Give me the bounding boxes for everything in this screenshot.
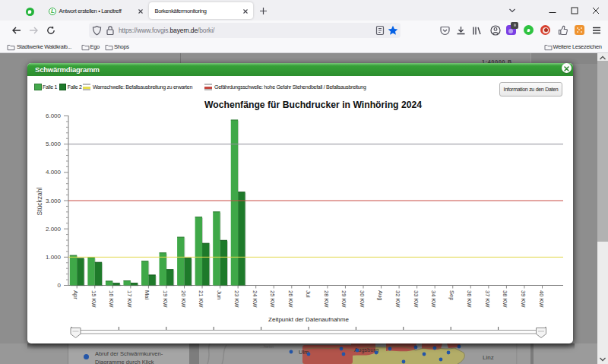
svg-text:24 KW: 24 KW	[252, 290, 258, 308]
svg-text:1.000: 1.000	[46, 254, 62, 261]
svg-text:26 KW: 26 KW	[287, 290, 294, 308]
svg-text:0: 0	[58, 282, 62, 289]
svg-text:Zeitpunkt der Datenaufnahme: Zeitpunkt der Datenaufnahme	[268, 316, 349, 323]
svg-text:36 KW: 36 KW	[466, 290, 473, 308]
svg-text:Aug: Aug	[377, 290, 384, 300]
svg-text:16 KW: 16 KW	[108, 290, 115, 308]
svg-text:5.000: 5.000	[46, 141, 62, 147]
svg-text:37 KW: 37 KW	[484, 290, 491, 308]
svg-text:15 KW: 15 KW	[90, 290, 97, 308]
svg-text:20 KW: 20 KW	[180, 290, 187, 308]
svg-text:2.000: 2.000	[46, 226, 62, 233]
svg-text:Apr: Apr	[72, 290, 79, 299]
svg-text:4.000: 4.000	[46, 169, 62, 176]
svg-text:Jul: Jul	[305, 290, 312, 298]
svg-text:38 KW: 38 KW	[502, 290, 508, 308]
svg-text:17 KW: 17 KW	[126, 290, 133, 308]
svg-text:40 KW: 40 KW	[538, 290, 545, 308]
svg-text:19 KW: 19 KW	[162, 290, 169, 308]
svg-text:28 KW: 28 KW	[323, 290, 330, 308]
svg-text:Stückzahl: Stückzahl	[36, 187, 43, 215]
svg-text:Wochenfänge für Buchdrucker in: Wochenfänge für Buchdrucker in Winhöring…	[204, 100, 422, 110]
svg-text:Jun: Jun	[216, 290, 223, 299]
svg-text:30 KW: 30 KW	[359, 290, 366, 308]
svg-text:33 KW: 33 KW	[413, 290, 420, 308]
svg-text:Mai: Mai	[144, 290, 150, 299]
svg-text:25 KW: 25 KW	[269, 290, 276, 308]
svg-text:3.000: 3.000	[46, 198, 62, 204]
svg-text:6.000: 6.000	[46, 112, 62, 119]
svg-text:Linz: Linz	[483, 354, 494, 361]
svg-text:23 KW: 23 KW	[233, 290, 240, 308]
svg-text:34 KW: 34 KW	[430, 290, 437, 308]
svg-text:32 KW: 32 KW	[394, 290, 401, 308]
svg-text:29 KW: 29 KW	[340, 290, 347, 308]
svg-text:39 KW: 39 KW	[520, 290, 527, 308]
svg-text:Sep: Sep	[448, 290, 455, 300]
svg-text:21 KW: 21 KW	[198, 290, 204, 308]
